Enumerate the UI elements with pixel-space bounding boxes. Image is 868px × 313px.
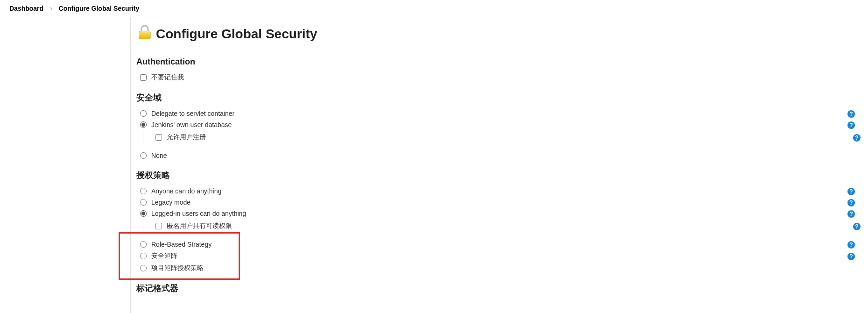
- anon-read-label: 匿名用户具有可读权限: [167, 222, 232, 230]
- svg-rect-1: [139, 31, 150, 39]
- authz-matrix-radio[interactable]: [140, 253, 147, 259]
- section-security-realm-heading: 安全域: [136, 92, 859, 103]
- realm-none-label: None: [151, 152, 167, 159]
- main-content: Configure Global Security Authentication…: [131, 17, 868, 313]
- help-icon[interactable]: ?: [853, 134, 861, 142]
- remember-me-label: 不要记住我: [151, 73, 184, 82]
- realm-delegate-radio[interactable]: [140, 110, 147, 117]
- realm-delegate-label: Delegate to servlet container: [151, 110, 234, 117]
- anon-read-checkbox[interactable]: [155, 223, 162, 229]
- authz-matrix-label: 安全矩阵: [151, 252, 177, 260]
- allow-signup-checkbox[interactable]: [155, 134, 162, 141]
- help-icon[interactable]: ?: [847, 253, 855, 260]
- authz-project-matrix-radio[interactable]: [140, 265, 147, 271]
- page-title: Configure Global Security: [136, 24, 859, 44]
- authz-legacy-label: Legacy mode: [151, 199, 191, 206]
- section-authorization-heading: 授权策略: [136, 170, 859, 181]
- page-title-text: Configure Global Security: [156, 27, 317, 42]
- authz-role-based-radio[interactable]: [140, 241, 147, 248]
- authz-anyone-radio[interactable]: [140, 188, 147, 194]
- breadcrumb: Dashboard › Configure Global Security: [0, 0, 868, 17]
- help-icon[interactable]: ?: [847, 199, 855, 206]
- realm-none-radio[interactable]: [140, 152, 147, 159]
- authz-role-based-label: Role-Based Strategy: [151, 241, 212, 248]
- allow-signup-label: 允许用户注册: [167, 133, 206, 142]
- help-icon[interactable]: ?: [847, 241, 855, 249]
- help-icon[interactable]: ?: [853, 223, 861, 230]
- help-icon[interactable]: ?: [847, 188, 855, 195]
- authz-project-matrix-label: 项目矩阵授权策略: [151, 264, 204, 272]
- authz-logged-in-radio[interactable]: [140, 210, 147, 217]
- authz-anyone-label: Anyone can do anything: [151, 187, 221, 195]
- help-icon[interactable]: ?: [847, 121, 855, 129]
- chevron-right-icon: ›: [50, 5, 52, 12]
- realm-own-db-radio[interactable]: [140, 121, 147, 128]
- lock-icon: [136, 24, 153, 44]
- authz-legacy-radio[interactable]: [140, 199, 147, 206]
- help-icon[interactable]: ?: [847, 210, 855, 218]
- left-sidebar: [0, 17, 131, 313]
- remember-me-checkbox[interactable]: [140, 74, 147, 81]
- breadcrumb-dashboard[interactable]: Dashboard: [9, 5, 43, 12]
- authz-logged-in-label: Logged-in users can do anything: [151, 210, 246, 217]
- breadcrumb-current[interactable]: Configure Global Security: [59, 5, 140, 12]
- realm-own-db-label: Jenkins' own user database: [151, 121, 232, 128]
- section-markup-heading: 标记格式器: [136, 283, 859, 294]
- section-authentication-heading: Authentication: [136, 57, 859, 67]
- help-icon[interactable]: ?: [847, 110, 855, 118]
